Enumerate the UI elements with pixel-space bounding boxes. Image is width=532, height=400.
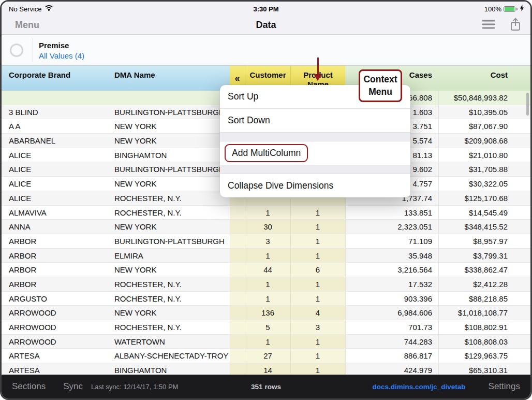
totals-corporate-brand xyxy=(2,91,108,105)
cell-product-name: 1 xyxy=(291,335,345,349)
cell-product-name: 6 xyxy=(291,263,345,277)
cell-product-name: 1 xyxy=(291,249,345,263)
cell-customer: 1 xyxy=(245,292,291,306)
table-row[interactable]: ALMAVIVA ROCHESTER, N.Y. 1 1 133.851 $14… xyxy=(2,206,530,220)
menu-group-separator xyxy=(220,165,410,174)
table-row[interactable]: ARTESA ALBANY-SCHENECTADY-TROY 27 1 886.… xyxy=(2,349,530,363)
cell-corporate-brand: ALMAVIVA xyxy=(2,206,108,220)
cell-cost: $65,310.31 xyxy=(438,363,530,375)
cell-collapse xyxy=(230,349,245,363)
cell-corporate-brand: ARROWOOD xyxy=(2,306,108,320)
cell-customer: 5 xyxy=(245,320,291,334)
cell-product-name: 3 xyxy=(291,320,345,334)
cell-cases: 701.73 xyxy=(345,320,438,334)
cell-product-name: 1 xyxy=(291,349,345,363)
cell-product-name: 1 xyxy=(291,206,345,220)
cell-dma-name: NEW YORK xyxy=(108,263,230,277)
cell-collapse xyxy=(230,292,245,306)
cell-dma-name: ALBANY-SCHENECTADY-TROY xyxy=(108,349,230,363)
cell-customer: 136 xyxy=(245,306,291,320)
cell-cost: $125,170.68 xyxy=(438,191,530,205)
cell-cases: 903.396 xyxy=(345,292,438,306)
cell-product-name: 1 xyxy=(291,363,345,375)
cell-dma-name: NEW YORK xyxy=(108,177,230,191)
table-row[interactable]: ARROWOOD NEW YORK 136 4 6,984.606 $1,018… xyxy=(2,306,530,320)
table-row[interactable]: ARBOR ROCHESTER, N.Y. 1 1 17.532 $2,412.… xyxy=(2,277,530,292)
filter-value-link[interactable]: All Values (4) xyxy=(39,51,84,61)
cell-cost: $108,802.91 xyxy=(438,320,530,334)
cell-collapse xyxy=(230,277,245,291)
sections-button[interactable]: Sections xyxy=(12,381,46,392)
table-row[interactable]: ARROWOOD WATERTOWN 1 1 744.283 $108,808.… xyxy=(2,335,530,349)
cell-corporate-brand: ARBOR xyxy=(2,277,108,291)
cell-collapse xyxy=(230,263,245,277)
cell-cost: $2,412.28 xyxy=(438,277,530,291)
sync-button[interactable]: Sync xyxy=(63,381,83,392)
cell-cost: $88,218.85 xyxy=(438,292,530,306)
cell-cases: 17.532 xyxy=(345,277,438,291)
header-corporate-brand[interactable]: Corporate Brand xyxy=(2,66,108,91)
scrollbar-thumb[interactable] xyxy=(526,93,529,116)
cell-cases: 744.283 xyxy=(345,335,438,349)
cell-cases: 6,984.606 xyxy=(345,306,438,320)
filter-progress-circle[interactable] xyxy=(10,44,23,57)
cell-collapse xyxy=(230,335,245,349)
table-row[interactable]: ANNA NEW YORK 30 1 2,323.051 $348,415.52 xyxy=(2,220,530,234)
cell-product-name: 1 xyxy=(291,277,345,291)
cell-collapse xyxy=(230,306,245,320)
cell-product-name: 1 xyxy=(291,292,345,306)
table-row[interactable]: ARROWOOD ROCHESTER, N.Y. 5 3 701.73 $108… xyxy=(2,320,530,335)
cell-customer: 3 xyxy=(245,234,291,248)
cell-corporate-brand: 3 BLIND xyxy=(2,105,108,119)
cell-dma-name: ROCHESTER, N.Y. xyxy=(108,206,230,220)
cell-dma-name: NEW YORK xyxy=(108,220,230,234)
cell-cost: $8,957.97 xyxy=(438,234,530,248)
last-sync-label: Last sync: 12/14/17, 1:50 PM xyxy=(91,383,178,391)
table-row[interactable]: ARBOR ELMIRA 1 1 35.948 $3,799.31 xyxy=(2,249,530,263)
cell-cost: $348,415.52 xyxy=(438,220,530,234)
cell-customer: 27 xyxy=(245,349,291,363)
cell-collapse xyxy=(230,320,245,334)
cell-corporate-brand: ARROWOOD xyxy=(2,335,108,349)
bottom-bar: Sections Sync Last sync: 12/14/17, 1:50 … xyxy=(2,375,530,398)
cell-corporate-brand: ARBOR xyxy=(2,263,108,277)
cell-product-name: 1 xyxy=(291,220,345,234)
header-dma-name[interactable]: DMA Name xyxy=(108,66,230,91)
battery-icon xyxy=(504,6,515,12)
clock-label: 3:30 PM xyxy=(2,5,530,13)
cell-corporate-brand: ALICE xyxy=(2,191,108,205)
settings-button[interactable]: Settings xyxy=(489,381,520,392)
table-row[interactable]: ARBOR NEW YORK 44 6 3,216.564 $338,862.4… xyxy=(2,263,530,277)
cell-cost: $31,705.88 xyxy=(438,162,530,176)
cell-collapse xyxy=(230,234,245,248)
row-count-label: 351 rows xyxy=(251,383,281,391)
cell-cases: 35.948 xyxy=(345,249,438,263)
table-row[interactable]: ARBOR BURLINGTON-PLATTSBURGH 3 1 71.109 … xyxy=(2,234,530,249)
cell-cost: $14,545.49 xyxy=(438,206,530,220)
ipad-screen: No Service 3:30 PM 100% Menu Data xyxy=(0,0,532,400)
menu-item-add-multicolumn[interactable]: Add MultiColumn xyxy=(220,141,410,165)
share-button[interactable] xyxy=(510,18,521,33)
hamburger-menu-button[interactable] xyxy=(482,20,495,31)
cell-dma-name: BINGHAMTON xyxy=(108,363,230,375)
menu-item-sort-down[interactable]: Sort Down xyxy=(220,109,410,132)
table-row[interactable]: ARTESA BINGHAMTON 14 1 424.979 $65,310.3… xyxy=(2,363,530,375)
cell-customer: 1 xyxy=(245,206,291,220)
cell-dma-name: NEW YORK xyxy=(108,306,230,320)
header-cost[interactable]: Cost xyxy=(438,66,530,91)
cell-corporate-brand: ANNA xyxy=(2,220,108,234)
menu-item-collapse-dive-dimensions[interactable]: Collapse Dive Dimensions xyxy=(220,174,410,197)
cell-dma-name: WATERTOWN xyxy=(108,335,230,349)
cell-cost: $3,799.31 xyxy=(438,249,530,263)
cell-collapse xyxy=(230,206,245,220)
cell-corporate-brand: ALICE xyxy=(2,148,108,162)
cell-cost: $10,395.05 xyxy=(438,105,530,119)
cell-corporate-brand: ALICE xyxy=(2,162,108,176)
docs-link[interactable]: docs.dimins.com/jc_divetab xyxy=(373,383,466,391)
cell-dma-name: ROCHESTER, N.Y. xyxy=(108,191,230,205)
cell-dma-name: ROCHESTER, N.Y. xyxy=(108,292,230,306)
cell-cost: $30,322.05 xyxy=(438,177,530,191)
table-row[interactable]: ARGUSTO ROCHESTER, N.Y. 1 1 903.396 $88,… xyxy=(2,292,530,306)
cell-corporate-brand: ABARBANEL xyxy=(2,134,108,148)
cell-cost: $338,862.47 xyxy=(438,263,530,277)
